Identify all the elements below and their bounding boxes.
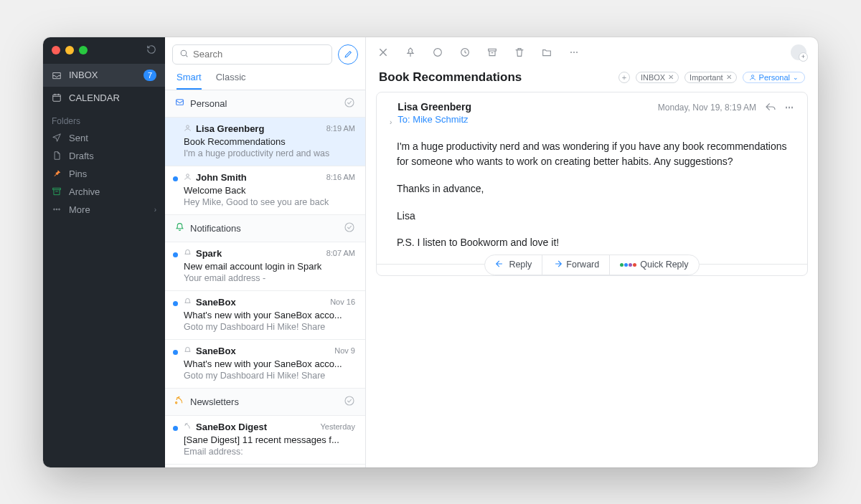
nav-calendar[interactable]: CALENDAR xyxy=(43,87,165,109)
section-title: Personal xyxy=(190,98,227,109)
mark-read-icon[interactable] xyxy=(432,47,443,58)
unread-dot-icon xyxy=(173,252,178,257)
trash-icon[interactable] xyxy=(514,47,525,58)
message-preview: Goto my Dashboard Hi Mike! Share xyxy=(184,322,355,332)
archive-icon xyxy=(52,186,62,196)
message-item[interactable]: Spark8:07 AMNew email account login in S… xyxy=(165,242,365,291)
svg-rect-14 xyxy=(489,49,497,51)
svg-point-8 xyxy=(187,125,189,128)
message-more-icon[interactable]: ⋯ xyxy=(785,103,794,113)
message-item[interactable]: SaneBox DigestYesterday[Sane Digest] 11 … xyxy=(165,416,365,465)
message-time: Yesterday xyxy=(320,422,355,431)
mark-section-done-icon[interactable] xyxy=(344,395,355,409)
message-item[interactable]: SaneBoxNov 9What's new with your SaneBox… xyxy=(165,340,365,389)
message-item[interactable]: Lisa Greenberg8:19 AMBook Recommendation… xyxy=(165,118,365,166)
remove-label-icon[interactable]: ✕ xyxy=(726,73,732,81)
section-icon xyxy=(175,98,184,109)
reply-button[interactable]: Reply xyxy=(485,255,542,275)
unread-dot-icon xyxy=(173,176,178,181)
section-title: Notifications xyxy=(190,223,241,234)
message-preview: I'm a huge productivity nerd and was xyxy=(184,148,355,158)
tab-classic[interactable]: Classic xyxy=(216,72,246,90)
forward-button[interactable]: Forward xyxy=(542,255,610,275)
search-box[interactable] xyxy=(172,44,332,65)
section-header[interactable]: Personal xyxy=(165,90,365,118)
quick-reply-button[interactable]: Quick Reply xyxy=(610,255,698,275)
svg-point-9 xyxy=(187,173,189,176)
folder-archive-label: Archive xyxy=(69,186,100,197)
share-avatar-button[interactable] xyxy=(791,44,806,60)
sidebar: INBOX 7 CALENDAR Folders Sent Drafts Pin… xyxy=(43,37,165,467)
nav-inbox[interactable]: INBOX 7 xyxy=(43,64,165,87)
compose-button[interactable] xyxy=(338,44,358,65)
snooze-icon[interactable] xyxy=(459,47,471,58)
message-time: Nov 9 xyxy=(334,346,355,355)
drafts-icon xyxy=(52,151,62,161)
window-zoom-button[interactable] xyxy=(79,46,88,54)
message-sender: SaneBox xyxy=(196,346,330,356)
message-subject: What's new with your SaneBox acco... xyxy=(184,310,355,320)
message-item[interactable]: John Smith8:16 AMWelcome BackHey Mike, G… xyxy=(165,166,365,215)
sender-type-icon xyxy=(184,346,192,356)
message-subject: [Sane Digest] 11 recent messages f... xyxy=(184,434,355,445)
refresh-icon[interactable] xyxy=(146,44,156,57)
folder-more[interactable]: More › xyxy=(43,201,165,219)
window-close-button[interactable] xyxy=(52,46,60,54)
expand-recipients-icon[interactable]: › xyxy=(390,118,392,126)
nav-calendar-label: CALENDAR xyxy=(69,92,120,103)
body-paragraph: Thanks in advance, xyxy=(397,181,787,197)
label-chip-personal[interactable]: Personal⌄ xyxy=(743,72,805,83)
message-time: 8:19 AM xyxy=(326,124,355,133)
close-icon[interactable] xyxy=(377,47,389,58)
sender-type-icon xyxy=(184,123,192,134)
sent-icon xyxy=(52,133,62,143)
message-item[interactable]: SaneBoxNov 16What's new with your SaneBo… xyxy=(165,291,365,340)
folder-sent[interactable]: Sent xyxy=(43,129,165,147)
message-subject: New email account login in Spark xyxy=(184,261,355,272)
reply-arrow-icon xyxy=(495,259,505,271)
message-sender: Spark xyxy=(196,248,322,259)
more-actions-icon[interactable] xyxy=(568,47,580,58)
remove-label-icon[interactable]: ✕ xyxy=(668,73,674,81)
section-header[interactable]: Notifications xyxy=(165,215,365,242)
svg-point-12 xyxy=(434,48,442,56)
pin-icon[interactable] xyxy=(405,47,416,58)
tab-smart[interactable]: Smart xyxy=(177,72,202,90)
svg-point-18 xyxy=(751,75,753,77)
sender-type-icon xyxy=(184,297,192,308)
add-label-button[interactable]: + xyxy=(618,72,630,83)
message-sender: SaneBox Digest xyxy=(196,422,316,432)
svg-rect-0 xyxy=(53,95,61,101)
card-action-bar: Reply Forward Quick Reply xyxy=(377,264,807,275)
list-header: Smart Classic xyxy=(165,37,365,90)
section-header[interactable]: Newsletters xyxy=(165,389,365,416)
label-chip-inbox[interactable]: INBOX✕ xyxy=(636,72,679,83)
archive-action-icon[interactable] xyxy=(486,47,498,58)
reader-subject: Book Recommendations xyxy=(379,70,613,85)
search-input[interactable] xyxy=(193,49,325,60)
svg-rect-1 xyxy=(53,188,61,189)
move-icon[interactable] xyxy=(541,47,552,58)
body-paragraph: Lisa xyxy=(397,209,787,224)
message-body: I'm a huge productivity nerd and was won… xyxy=(377,129,807,264)
folder-pins[interactable]: Pins xyxy=(43,165,165,183)
label-chip-important[interactable]: Important✕ xyxy=(684,72,736,83)
svg-point-5 xyxy=(181,50,187,56)
mark-section-done-icon[interactable] xyxy=(344,222,355,235)
sender-type-icon xyxy=(184,422,192,432)
message-subject: Welcome Back xyxy=(184,185,355,196)
svg-point-16 xyxy=(573,52,575,53)
reader-header: Book Recommendations + INBOX✕ Important✕… xyxy=(366,67,818,92)
from-name: Lisa Greenberg xyxy=(397,101,471,113)
mark-section-done-icon[interactable] xyxy=(344,97,355,110)
quick-reply-icon xyxy=(620,263,636,267)
svg-rect-6 xyxy=(177,100,184,105)
folder-drafts[interactable]: Drafts xyxy=(43,147,165,165)
inbox-icon xyxy=(52,70,62,80)
message-sender: SaneBox xyxy=(196,297,326,308)
message-list[interactable]: PersonalLisa Greenberg8:19 AMBook Recomm… xyxy=(165,90,365,467)
folder-archive[interactable]: Archive xyxy=(43,183,165,201)
reply-icon[interactable] xyxy=(765,101,776,115)
message-subject: What's new with your SaneBox acco... xyxy=(184,358,355,369)
window-minimize-button[interactable] xyxy=(65,46,74,54)
